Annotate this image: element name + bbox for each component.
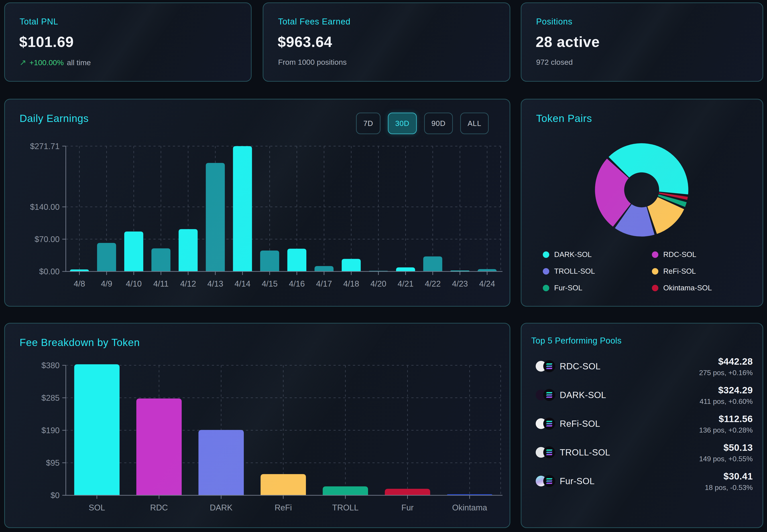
- solana-icon: [543, 389, 555, 401]
- svg-text:4/23: 4/23: [452, 279, 468, 288]
- stat-title: Total PNL: [20, 17, 58, 26]
- svg-text:$70.00: $70.00: [34, 235, 59, 244]
- fee-breakdown-panel: Fee Breakdown by Token $380$285$190$95$0…: [4, 323, 510, 528]
- stat-note: 972 closed: [536, 58, 573, 67]
- pool-value: $324.29: [700, 385, 753, 395]
- pool-stats: $112.56136 pos, +0.28%: [699, 413, 753, 434]
- svg-text:4/24: 4/24: [479, 279, 495, 288]
- legend-item-rdc-sol[interactable]: RDC-SOL: [652, 250, 747, 259]
- stat-value: 28 active: [536, 33, 600, 50]
- token-pairs-panel: Token Pairs DARK-SOLRDC-SOLTROLL-SOLReFi…: [521, 99, 763, 307]
- solana-icon: [543, 475, 555, 487]
- token-pairs-legend: DARK-SOLRDC-SOLTROLL-SOLReFi-SOLFur-SOLO…: [543, 250, 747, 292]
- legend-label: DARK-SOL: [554, 250, 592, 259]
- svg-text:RDC: RDC: [150, 503, 168, 512]
- token-pair-icon: [531, 389, 556, 401]
- daily-earnings-chart: $271.71$140.00$70.00$0.004/84/94/104/114…: [5, 99, 510, 306]
- legend-label: Okintama-SOL: [663, 284, 712, 292]
- daily-earnings-panel: Daily Earnings 7D30D90DALL $271.71$140.0…: [4, 99, 510, 307]
- svg-text:4/10: 4/10: [126, 279, 142, 288]
- svg-text:Fur: Fur: [402, 503, 414, 512]
- legend-label: RDC-SOL: [663, 250, 696, 259]
- svg-text:$95: $95: [46, 458, 59, 467]
- stat-card-total-fees: Total Fees Earned $963.64 From 1000 posi…: [263, 2, 510, 82]
- svg-text:ReFi: ReFi: [274, 503, 292, 512]
- pool-row-rdc-sol[interactable]: RDC-SOL$442.28275 pos, +0.16%: [531, 352, 753, 381]
- stat-value: $963.64: [278, 33, 332, 50]
- legend-item-refi-sol[interactable]: ReFi-SOL: [652, 267, 747, 275]
- token-pair-icon: [531, 475, 556, 487]
- stat-change-note: all time: [67, 58, 91, 67]
- stat-title: Positions: [536, 17, 572, 26]
- stat-subtext: ↗ +100.00% all time: [20, 58, 91, 67]
- legend-item-okintama-sol[interactable]: Okintama-SOL: [652, 284, 747, 292]
- solana-icon: [543, 446, 555, 458]
- pool-value: $112.56: [699, 413, 753, 424]
- pool-list: RDC-SOL$442.28275 pos, +0.16%DARK-SOL$32…: [531, 352, 753, 496]
- pool-pair-label: RDC-SOL: [560, 361, 601, 371]
- svg-text:4/20: 4/20: [370, 279, 387, 288]
- stat-card-total-pnl: Total PNL $101.69 ↗ +100.00% all time: [4, 2, 251, 82]
- svg-text:$140.00: $140.00: [30, 202, 60, 212]
- legend-label: Fur-SOL: [554, 284, 583, 292]
- svg-text:4/22: 4/22: [425, 279, 441, 288]
- pool-detail: 136 pos, +0.28%: [699, 426, 753, 434]
- svg-text:4/14: 4/14: [234, 279, 250, 288]
- legend-dot-icon: [652, 285, 658, 291]
- pool-stats: $50.13149 pos, +0.55%: [699, 442, 753, 463]
- svg-text:4/13: 4/13: [207, 279, 223, 288]
- token-pair-icon: [531, 418, 556, 430]
- legend-dot-icon: [652, 268, 658, 275]
- pool-pair-label: DARK-SOL: [560, 390, 606, 400]
- svg-text:$0.00: $0.00: [39, 267, 60, 276]
- pool-stats: $442.28275 pos, +0.16%: [699, 356, 753, 377]
- legend-label: ReFi-SOL: [663, 267, 696, 275]
- svg-text:4/16: 4/16: [289, 279, 305, 288]
- pool-pair-label: ReFi-SOL: [560, 419, 600, 429]
- pool-detail: 411 pos, +0.60%: [700, 397, 753, 405]
- stat-note: From 1000 positions: [278, 58, 347, 67]
- pool-row-refi-sol[interactable]: ReFi-SOL$112.56136 pos, +0.28%: [531, 409, 753, 438]
- pool-row-fur-sol[interactable]: Fur-SOL$30.4118 pos, -0.53%: [531, 467, 753, 496]
- svg-text:4/11: 4/11: [153, 279, 168, 288]
- solana-icon: [543, 360, 555, 372]
- svg-text:4/12: 4/12: [180, 279, 196, 288]
- dashboard: Total PNL $101.69 ↗ +100.00% all time To…: [0, 0, 767, 532]
- svg-text:4/9: 4/9: [101, 279, 112, 288]
- fee-breakdown-chart: $380$285$190$95$0SOLRDCDARKReFiTROLLFurO…: [5, 324, 510, 527]
- legend-item-troll-sol[interactable]: TROLL-SOL: [543, 267, 652, 275]
- svg-text:$271.71: $271.71: [30, 142, 60, 151]
- pool-row-dark-sol[interactable]: DARK-SOL$324.29411 pos, +0.60%: [531, 381, 753, 409]
- legend-dot-icon: [543, 268, 549, 275]
- svg-text:$190: $190: [41, 426, 60, 435]
- pool-stats: $30.4118 pos, -0.53%: [705, 471, 753, 492]
- svg-text:Okintama: Okintama: [452, 503, 487, 512]
- stat-card-positions: Positions 28 active 972 closed: [521, 2, 763, 82]
- pool-row-troll-sol[interactable]: TROLL-SOL$50.13149 pos, +0.55%: [531, 438, 753, 467]
- stat-change: +100.00%: [29, 58, 64, 67]
- legend-item-dark-sol[interactable]: DARK-SOL: [543, 250, 652, 259]
- pool-stats: $324.29411 pos, +0.60%: [700, 385, 753, 405]
- svg-text:SOL: SOL: [89, 503, 105, 512]
- pool-detail: 18 pos, -0.53%: [705, 483, 753, 492]
- token-pair-icon: [531, 360, 556, 373]
- legend-item-fur-sol[interactable]: Fur-SOL: [543, 284, 652, 292]
- svg-text:4/17: 4/17: [316, 279, 332, 288]
- top-pools-title: Top 5 Performing Pools: [531, 336, 622, 346]
- svg-text:$285: $285: [41, 393, 60, 403]
- pool-pair-label: TROLL-SOL: [560, 447, 610, 457]
- pool-detail: 275 pos, +0.16%: [699, 368, 753, 377]
- legend-label: TROLL-SOL: [554, 267, 595, 275]
- svg-text:4/18: 4/18: [343, 279, 359, 288]
- solana-icon: [543, 418, 555, 430]
- legend-dot-icon: [543, 251, 549, 258]
- pool-pair-label: Fur-SOL: [560, 476, 595, 486]
- pool-detail: 149 pos, +0.55%: [699, 455, 753, 463]
- trend-up-icon: ↗: [20, 58, 26, 67]
- svg-text:4/8: 4/8: [74, 279, 85, 288]
- pool-value: $30.41: [705, 471, 753, 481]
- token-pair-icon: [531, 446, 556, 459]
- legend-dot-icon: [652, 251, 658, 258]
- svg-text:4/21: 4/21: [398, 279, 414, 288]
- stat-title: Total Fees Earned: [278, 17, 350, 26]
